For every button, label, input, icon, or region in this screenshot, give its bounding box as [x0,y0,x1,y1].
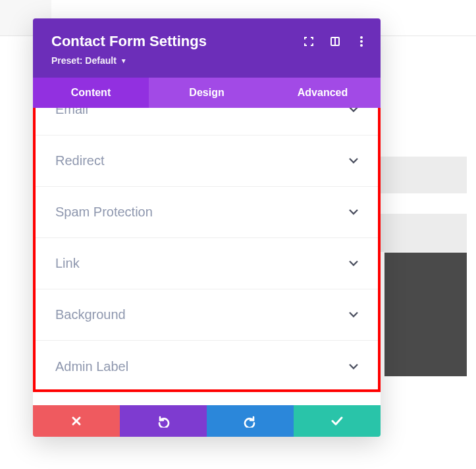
settings-modal: Contact Form Settings Preset: Default ▼ [33,18,381,437]
accordion-item-admin-label[interactable]: Admin Label [36,341,378,392]
accordion-item-spam-protection[interactable]: Spam Protection [36,187,378,238]
bg-block [375,157,467,193]
bg-block-dark [384,253,467,376]
chevron-down-icon [349,260,358,266]
chevron-down-icon [349,108,358,112]
tabs: Content Design Advanced [33,78,381,108]
header-actions [303,36,367,47]
accordion-label: Background [55,307,126,322]
chevron-down-icon [349,158,358,164]
caret-down-icon: ▼ [120,57,127,64]
accordion-label: Email [55,108,88,117]
responsive-icon[interactable] [329,36,341,47]
modal-header: Contact Form Settings Preset: Default ▼ [33,18,381,78]
modal-footer [33,405,381,437]
accordion-label: Redirect [55,153,104,168]
tab-design[interactable]: Design [149,78,265,108]
expand-icon[interactable] [303,36,315,47]
spacer [33,392,381,405]
svg-point-3 [360,40,363,43]
svg-point-2 [360,36,363,39]
chevron-down-icon [349,312,358,318]
chevron-down-icon [349,364,358,370]
save-button[interactable] [294,405,381,437]
accordion-label: Admin Label [55,359,128,374]
redo-button[interactable] [207,405,294,437]
accordion-item-redirect[interactable]: Redirect [36,136,378,187]
tab-advanced[interactable]: Advanced [265,78,381,108]
preset-selector[interactable]: Preset: Default ▼ [51,55,362,66]
accordion-label: Link [55,256,80,271]
chevron-down-icon [349,209,358,215]
undo-button[interactable] [120,405,207,437]
preset-label: Preset: Default [51,55,117,66]
svg-point-4 [360,44,363,47]
accordion-item-link[interactable]: Link [36,238,378,289]
tab-content[interactable]: Content [33,78,149,108]
accordion-item-email[interactable]: Email [36,108,378,136]
content-panel: Email Redirect Spam Protection Link [33,108,381,392]
bg-block [375,214,467,252]
accordion-label: Spam Protection [55,205,153,220]
cancel-button[interactable] [33,405,120,437]
more-icon[interactable] [356,36,367,47]
accordion-item-background[interactable]: Background [36,289,378,341]
